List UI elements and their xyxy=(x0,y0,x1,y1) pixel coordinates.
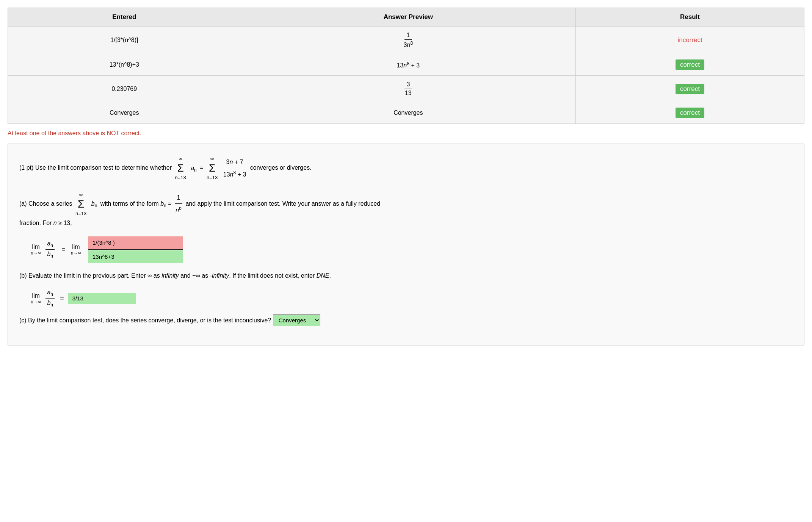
fraction-input-group xyxy=(88,236,183,263)
expr-display: 13n8 + 3 xyxy=(397,62,420,69)
result-cell: correct xyxy=(576,54,804,76)
sigma-bn: ∞ Σ n=13 xyxy=(75,191,86,218)
col-header-entered: Entered xyxy=(8,8,241,27)
table-row: 1/[3*(n^8)] 1 3n8 incorrect xyxy=(8,27,804,54)
bn-fraction: 1 np xyxy=(175,192,182,216)
fraction-denominator: 13 xyxy=(405,89,412,97)
col-header-preview: Answer Preview xyxy=(241,8,576,27)
result-correct-label: correct xyxy=(676,84,704,94)
preview-cell: Converges xyxy=(241,102,576,124)
sigma-sub: n=13 xyxy=(207,173,218,182)
problem-intro: Use the limit comparison test to determi… xyxy=(35,165,174,171)
not-correct-message: At least one of the answers above is NOT… xyxy=(8,130,804,137)
part-a-text2: with terms of the form bn = xyxy=(100,200,173,207)
an-num-b: an xyxy=(45,289,55,299)
answer-table: Entered Answer Preview Result 1/[3*(n^8)… xyxy=(8,8,804,124)
an-over-bn: an bn xyxy=(45,240,55,259)
limit-answer-row: lim n→∞ an bn = xyxy=(31,289,793,308)
sigma-an: ∞ Σ n=13 xyxy=(175,155,186,182)
result-correct-label: correct xyxy=(676,59,704,70)
lim-an-bn: lim n→∞ an bn xyxy=(31,240,56,259)
preview-cell: 3 13 xyxy=(241,76,576,102)
an-term: an xyxy=(191,165,197,171)
fraction-display: 1 3n8 xyxy=(404,32,413,48)
part-a-text3: and apply the limit comparison test. Wri… xyxy=(185,200,380,207)
bn-den-b: bn xyxy=(47,299,53,308)
lim-word: lim xyxy=(32,244,39,250)
entered-cell: Converges xyxy=(8,102,241,124)
sigma-sup: ∞ xyxy=(210,155,214,163)
bn-term: bn xyxy=(91,200,97,207)
fraction-display: 3 13 xyxy=(404,81,412,97)
entered-cell: 1/[3*(n^8)] xyxy=(8,27,241,54)
sigma-sup: ∞ xyxy=(79,191,83,199)
sigma-sub: n=13 xyxy=(75,209,86,218)
result-cell: incorrect xyxy=(576,27,804,54)
fraction-numerator: 1 xyxy=(404,32,412,40)
part-c-label: (c) By the limit comparison test, does t… xyxy=(19,317,273,324)
part-b-label: (b) Evaluate the limit in the previous p… xyxy=(19,272,331,279)
part-a-text4: fraction. For n ≥ 13, xyxy=(19,220,72,226)
preview-cell: 13n8 + 3 xyxy=(241,54,576,76)
bn-numerator: 1 xyxy=(175,192,182,204)
limit-answer-input[interactable] xyxy=(68,293,136,304)
denominator-input[interactable] xyxy=(88,250,183,263)
converges-diverges-text: converges or diverges. xyxy=(250,165,312,171)
result-correct-label: correct xyxy=(676,108,704,118)
part-a-section: (a) Choose a series ∞ Σ n=13 bn with ter… xyxy=(19,191,793,228)
table-row: Converges Converges correct xyxy=(8,102,804,124)
sigma-sub: n=13 xyxy=(175,173,186,182)
lim-word-b: lim xyxy=(32,292,39,299)
series-numerator: 3n + 7 xyxy=(226,157,243,168)
lim-sub: n→∞ xyxy=(31,250,41,256)
equals-b: = xyxy=(60,294,64,302)
numerator-input[interactable] xyxy=(88,236,183,249)
sigma-symbol: Σ xyxy=(209,163,215,173)
result-cell: correct xyxy=(576,76,804,102)
sigma-series: ∞ Σ n=13 xyxy=(207,155,218,182)
problem-box: (1 pt) Use the limit comparison test to … xyxy=(8,144,804,345)
sigma-symbol: Σ xyxy=(177,163,183,173)
lim-an-bn-b: lim n→∞ an bn xyxy=(31,289,56,308)
entered-cell: 13*(n^8)+3 xyxy=(8,54,241,76)
lim-block-b: lim n→∞ xyxy=(31,292,41,305)
fraction-denominator: 3n8 xyxy=(404,40,413,48)
bn-denominator: np xyxy=(176,204,182,216)
bn-subscript: bn xyxy=(47,250,53,259)
converges-select[interactable]: Converges Diverges Inconclusive xyxy=(273,314,320,326)
problem-statement: (1 pt) Use the limit comparison test to … xyxy=(19,155,793,182)
preview-cell: 1 3n8 xyxy=(241,27,576,54)
part-a-label: (a) Choose a series xyxy=(19,200,74,207)
lim-word-right: lim n→∞ xyxy=(71,244,81,256)
lim-block-right: lim n→∞ xyxy=(71,236,183,263)
result-incorrect-label: incorrect xyxy=(677,36,702,44)
entered-cell: 0.230769 xyxy=(8,76,241,102)
pt-label: (1 pt) xyxy=(19,165,33,171)
equals-lim: = xyxy=(61,245,66,253)
result-cell: correct xyxy=(576,102,804,124)
series-fraction: 3n + 7 13n8 + 3 xyxy=(223,157,246,180)
lim-sub2: n→∞ xyxy=(71,250,81,256)
fraction-numerator: 3 xyxy=(404,81,412,89)
denominator-input-wrapper xyxy=(88,250,183,263)
an-subscript: an xyxy=(45,240,55,250)
col-header-result: Result xyxy=(576,8,804,27)
equals-sign: = xyxy=(200,165,205,171)
part-b-section: (b) Evaluate the limit in the previous p… xyxy=(19,270,793,281)
sigma-symbol: Σ xyxy=(78,199,84,209)
series-denominator: 13n8 + 3 xyxy=(223,168,246,180)
part-c-section: (c) By the limit comparison test, does t… xyxy=(19,314,793,326)
table-row: 0.230769 3 13 correct xyxy=(8,76,804,102)
numerator-input-wrapper xyxy=(88,236,183,250)
limit-inputs-row: lim n→∞ an bn = lim n→∞ xyxy=(31,236,793,263)
lim-block-left: lim n→∞ xyxy=(31,244,41,256)
an-over-bn-b: an bn xyxy=(45,289,55,308)
lim-sub-b: n→∞ xyxy=(31,299,41,305)
lim-word2: lim xyxy=(72,244,80,250)
table-row: 13*(n^8)+3 13n8 + 3 correct xyxy=(8,54,804,76)
sigma-sup: ∞ xyxy=(179,155,182,163)
